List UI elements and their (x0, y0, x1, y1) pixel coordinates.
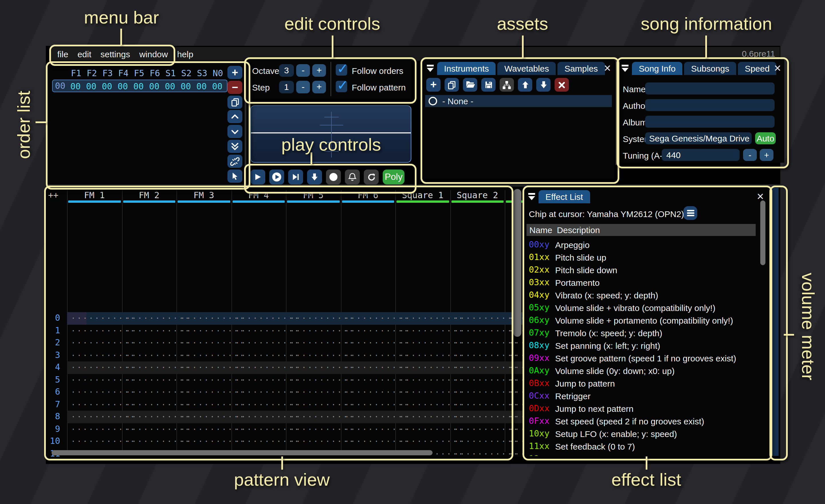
pattern-cell[interactable]: ··········· (176, 423, 231, 435)
channel-header-fm-4[interactable]: FM 4 (231, 190, 286, 200)
pattern-cell[interactable]: ··········· (450, 337, 505, 349)
asset-delete-button[interactable] (554, 78, 569, 92)
pattern-cell[interactable]: ··········· (286, 374, 341, 386)
asset-save-button[interactable] (481, 78, 496, 92)
album-field[interactable] (645, 116, 774, 128)
pattern-cell[interactable]: ··········· (286, 411, 341, 423)
step-plus-button[interactable]: + (312, 81, 326, 93)
menu-item-window[interactable]: window (139, 49, 168, 59)
pattern-cell[interactable]: ··········· (286, 324, 341, 337)
pattern-cell[interactable]: ··········· (450, 361, 505, 374)
pattern-cell[interactable]: ··········· (341, 337, 395, 349)
pattern-cell[interactable]: ··········· (341, 386, 395, 398)
asset-add-button[interactable]: + (426, 78, 441, 92)
pattern-cell[interactable]: ··········· (395, 337, 450, 349)
order-cell[interactable]: 00 (131, 81, 146, 92)
pattern-cell[interactable]: ··········· (176, 386, 231, 398)
auto-system-button[interactable]: Auto (755, 132, 776, 144)
pattern-cell[interactable]: ··········· (450, 423, 505, 435)
pattern-cell[interactable]: ··········· (176, 349, 231, 361)
pattern-cell[interactable]: ··········· (231, 324, 286, 337)
pattern-cell[interactable]: ··········· (286, 361, 341, 374)
channel-header-fm-5[interactable]: FM 5 (286, 190, 341, 200)
tab-effect-list[interactable]: Effect List (538, 190, 590, 203)
menu-item-edit[interactable]: edit (77, 49, 91, 59)
pattern-cell[interactable]: ··········· (395, 361, 450, 374)
pattern-cell[interactable]: ··········· (341, 324, 395, 337)
pattern-cell[interactable]: ··········· (122, 324, 176, 337)
pattern-cell[interactable]: ··········· (341, 312, 395, 324)
pattern-cell[interactable]: ··········· (286, 435, 341, 447)
order-header-N0[interactable]: N0 (210, 68, 226, 78)
pattern-vscrollbar[interactable] (513, 189, 521, 337)
channel-header-square-2[interactable]: Square 2 (450, 190, 505, 200)
pattern-cell[interactable]: ··········· (67, 324, 122, 337)
window-menu-icon[interactable] (620, 64, 630, 73)
order-cell[interactable]: 00 (162, 81, 178, 92)
pattern-cell[interactable]: ··········· (122, 386, 176, 398)
pattern-cell[interactable]: ··········· (341, 411, 395, 423)
tuning-field[interactable]: 440 (662, 149, 740, 161)
order-remove-button[interactable]: − (227, 81, 242, 94)
pattern-cell[interactable]: ··········· (122, 435, 176, 447)
pattern-cell[interactable]: ··········· (341, 423, 395, 435)
order-cell[interactable]: 00 (83, 81, 99, 92)
step-minus-button[interactable]: - (296, 81, 310, 93)
menu-item-file[interactable]: file (57, 49, 68, 59)
tab-subsongs[interactable]: Subsongs (684, 62, 736, 75)
order-cell[interactable]: 00 (194, 81, 209, 92)
pattern-cell[interactable]: ··········· (395, 411, 450, 423)
asset-tree-view-button[interactable] (500, 78, 514, 92)
tuning-minus-button[interactable]: - (743, 149, 757, 161)
name-field[interactable] (645, 82, 774, 94)
pattern-cell[interactable]: ··········· (450, 386, 505, 398)
pattern-cell[interactable]: ··········· (176, 361, 231, 374)
order-move-down-button[interactable] (227, 125, 242, 138)
author-field[interactable] (645, 99, 774, 111)
pattern-cell[interactable]: ··········· (341, 374, 395, 386)
play-button[interactable] (250, 170, 265, 184)
order-header-F6[interactable]: F6 (147, 68, 163, 78)
song-info-close-icon[interactable]: × (774, 63, 781, 74)
pattern-cell[interactable]: ··········· (286, 398, 341, 411)
pattern-cell[interactable]: ··········· (450, 312, 505, 324)
pattern-cell[interactable]: ··········· (450, 324, 505, 337)
order-change-mode-button[interactable] (227, 170, 242, 183)
pattern-cell[interactable]: ··········· (231, 337, 286, 349)
order-header-S2[interactable]: S2 (178, 68, 194, 78)
pattern-cell[interactable]: ··········· (231, 386, 286, 398)
pattern-cell[interactable]: ··········· (450, 374, 505, 386)
splitter-vertical-assets[interactable] (615, 60, 617, 165)
pattern-cell[interactable]: ··········· (176, 324, 231, 337)
metronome-button[interactable] (345, 170, 360, 184)
order-cell[interactable]: 00 (209, 81, 225, 92)
order-header-F5[interactable]: F5 (131, 68, 147, 78)
order-cell[interactable]: 00 (99, 81, 115, 92)
pattern-cell[interactable]: ··········· (341, 398, 395, 411)
pattern-cell[interactable]: ··········· (67, 312, 122, 324)
pattern-cell[interactable]: ··········· (395, 324, 450, 337)
pattern-cell[interactable]: ··········· (122, 312, 176, 324)
pattern-cell[interactable]: ··········· (67, 411, 122, 423)
follow-pattern-checkbox[interactable]: ✓ (336, 81, 347, 92)
tab-samples[interactable]: Samples (557, 62, 605, 75)
pattern-cell[interactable]: ··········· (67, 361, 122, 374)
asset-duplicate-button[interactable] (445, 78, 459, 92)
asset-move-down-button[interactable] (536, 78, 550, 92)
channel-header-fm-2[interactable]: FM 2 (122, 190, 176, 200)
pattern-cell[interactable]: ··········· (395, 435, 450, 447)
pattern-cell[interactable]: ··········· (395, 398, 450, 411)
pattern-cell[interactable]: ··········· (231, 312, 286, 324)
order-header-F2[interactable]: F2 (84, 68, 100, 78)
tab-wavetables[interactable]: Wavetables (498, 62, 556, 75)
assets-close-icon[interactable]: × (604, 63, 611, 74)
order-header-F4[interactable]: F4 (116, 68, 131, 78)
tab-speed[interactable]: Speed (738, 62, 776, 75)
order-move-up-button[interactable] (227, 110, 242, 123)
octave-plus-button[interactable]: + (312, 64, 326, 77)
channel-header-fm-6[interactable]: FM 6 (341, 190, 395, 200)
pattern-cell[interactable]: ··········· (67, 398, 122, 411)
pattern-cell[interactable]: ··········· (286, 423, 341, 435)
pattern-cell[interactable]: ··········· (450, 349, 505, 361)
channel-header-square-1[interactable]: Square 1 (395, 190, 450, 200)
